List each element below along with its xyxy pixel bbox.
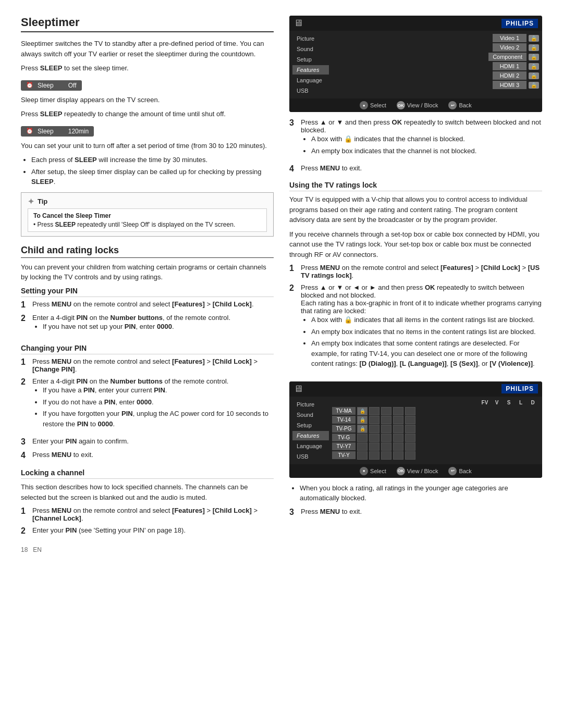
step-content-c1: Press MENU on the remote control and sel… <box>32 357 274 373</box>
sleeptimer-bullets: Each press of SLEEP will increase the ti… <box>31 155 274 187</box>
tv-monitor-icon-2: 🖥 <box>293 384 303 394</box>
right-column: 🖥 PHILIPS Picture Sound Setup Features L… <box>289 16 542 553</box>
step-content-l2: Enter your PIN (see 'Setting your PIN' o… <box>32 526 274 534</box>
changing-pin-section: Changing your PIN 1 Press MENU on the re… <box>21 344 274 460</box>
footer-view-block-2: OK View / Block <box>397 467 438 475</box>
right-step-content-4: Press MENU to exit. <box>301 164 542 172</box>
setting-pin-step1: 1 Press MENU on the remote control and s… <box>21 300 274 310</box>
footer-back-1: ↩ Back <box>448 101 471 109</box>
footer-view-block-1: OK View / Block <box>397 101 438 109</box>
tv-ratings-bullet-1: A box with 🔒 indicates that all items in… <box>311 315 542 325</box>
tv-menu-row-video1: Video 1 🔒 <box>332 34 539 42</box>
locking-channel-title: Locking a channel <box>21 468 274 479</box>
step-num-l2: 2 <box>21 526 28 536</box>
sleep-value-1: Off <box>68 82 77 89</box>
row-label-video1: Video 1 <box>493 34 527 42</box>
tip-inner-text: • Press SLEEP repeatedly until 'Sleep Of… <box>33 221 261 228</box>
ratings-cell-tvg-d <box>405 434 415 442</box>
changing-pin-step2: 2 Enter a 4-digit PIN on the Number butt… <box>21 377 274 433</box>
ratings-cell-tvma-v <box>369 407 380 415</box>
tip-star-icon: ✦ <box>28 197 34 206</box>
col-header-s: S <box>504 400 514 405</box>
ratings-cell-tv14-v <box>369 416 380 424</box>
footer-back-label-2: Back <box>459 468 471 474</box>
row-label-video2: Video 2 <box>493 43 527 52</box>
child-rating-title: Child and rating locks <box>21 245 274 258</box>
rating-label-tvma: TV-MA <box>332 407 356 415</box>
ratings-cell-tvma-fv: 🔒 <box>357 407 368 415</box>
locking-channel-section: Locking a channel This section describes… <box>21 468 274 536</box>
footer-select-label-1: Select <box>370 102 386 108</box>
lock-icon-hdmi2: 🔒 <box>529 72 539 79</box>
footer-select-1: ● Select <box>360 101 386 109</box>
ratings-row-tvpg: TV-PG 🔒 <box>332 425 539 433</box>
ratings-row-tvg: TV-G <box>332 434 539 442</box>
tv-menu-2-header: 🖥 PHILIPS <box>289 381 542 397</box>
tip-inner-box: To Cancel the Sleep Timer • Press SLEEP … <box>28 208 267 232</box>
changing-pin-bullet-2: If you do not have a PIN, enter 0000. <box>43 397 274 408</box>
tv-menu-row-hdmi3: HDMI 3 🔒 <box>332 81 539 89</box>
ratings-cell-tvpg-fv: 🔒 <box>357 425 368 433</box>
ratings-cell-tvy7-l <box>393 442 403 451</box>
child-rating-locks-section: Child and rating locks You can prevent y… <box>21 245 274 536</box>
ratings-menu-features: Features <box>292 431 329 440</box>
tv-ratings-para1: Your TV is equipped with a V-chip that a… <box>289 194 542 225</box>
ratings-cell-tvg-fv <box>357 434 368 442</box>
ratings-cell-tvpg-s <box>381 425 391 433</box>
right-step-num-4: 4 <box>289 164 297 174</box>
lock-icon-hdmi3: 🔒 <box>529 82 539 89</box>
final-step3-block: 3 Press MENU to exit. <box>289 508 542 517</box>
ratings-cell-tvg-l <box>393 434 403 442</box>
right-step3-bullet-1: A box with 🔒 indicates that the channel … <box>311 134 542 144</box>
step-num-c1: 1 <box>21 357 28 367</box>
col-header-l: L <box>516 400 526 405</box>
lock-icon-video1: 🔒 <box>529 35 539 42</box>
ratings-cell-tvy-v <box>369 451 380 460</box>
ratings-cell-tvma-l <box>393 407 403 415</box>
ratings-cell-tvy7-d <box>405 442 415 451</box>
sleeptimer-intro: Sleeptimer switches the TV to standby af… <box>21 39 274 59</box>
step-content-c3: Enter your PIN again to confirm. <box>32 437 274 445</box>
locking-channel-step1: 1 Press MENU on the remote control and s… <box>21 507 274 522</box>
ratings-cell-tvy-fv <box>357 451 368 460</box>
step-content-c2: Enter a 4-digit PIN on the Number button… <box>32 377 274 433</box>
ratings-cell-tvpg-d <box>405 425 415 433</box>
menu-item-picture-1: Picture <box>292 34 329 43</box>
page-number: 18 EN <box>21 546 274 553</box>
setting-pin-section: Setting your PIN 1 Press MENU on the rem… <box>21 287 274 336</box>
step-num-1: 1 <box>21 300 28 310</box>
tv-menu-row-component: Component 🔒 <box>332 53 539 61</box>
ratings-cell-tvy7-s <box>381 442 391 451</box>
ratings-cell-tvy7-fv <box>357 442 368 451</box>
ok-circle-2: OK <box>397 467 405 475</box>
tv-menu-row-video2: Video 2 🔒 <box>332 43 539 52</box>
tip-header: ✦ Tip <box>28 197 267 206</box>
ratings-cell-tv14-d <box>405 416 415 424</box>
using-tv-ratings-title: Using the TV ratings lock <box>289 181 542 191</box>
row-label-hdmi1: HDMI 1 <box>493 62 527 70</box>
tv-ratings-step2: 2 Press ▲ or ▼ or ◄ or ► and then press … <box>289 283 542 373</box>
ratings-cell-tvy-s <box>381 451 391 460</box>
right-step-content-3: Press ▲ or ▼ and then press OK repeatedl… <box>301 118 542 160</box>
tv-ratings-bullet-2: An empty box indicates that no items in … <box>311 327 542 337</box>
footer-view-label-2: View / Block <box>407 468 438 474</box>
col-header-v: V <box>492 400 502 405</box>
sleeptimer-info: You can set your unit to turn off after … <box>21 141 274 151</box>
changing-pin-step4: 4 Press MENU to exit. <box>21 451 274 460</box>
tv-monitor-icon-1: 🖥 <box>293 18 303 29</box>
step-content-c4: Press MENU to exit. <box>32 451 274 459</box>
locking-channel-intro: This section describes how to lock speci… <box>21 482 274 502</box>
setting-pin-bullet: If you have not set up your PIN, enter 0… <box>43 322 274 332</box>
back-circle-1: ↩ <box>448 101 457 109</box>
sleeptimer-title: Sleeptimer <box>21 16 274 32</box>
sleep-icon-2: ⏰ <box>26 128 33 134</box>
changing-pin-bullet-1: If you have a PIN, enter your current PI… <box>43 385 274 396</box>
child-rating-intro: You can prevent your children from watch… <box>21 262 274 282</box>
ratings-cell-tvy-l <box>393 451 403 460</box>
footer-view-label-1: View / Block <box>407 102 438 108</box>
ratings-menu-setup: Setup <box>292 421 329 430</box>
step-content-l1: Press MENU on the remote control and sel… <box>32 507 274 522</box>
final-step-num-3: 3 <box>289 508 297 517</box>
left-column: Sleeptimer Sleeptimer switches the TV to… <box>21 16 274 553</box>
row-label-hdmi3: HDMI 3 <box>493 81 527 89</box>
